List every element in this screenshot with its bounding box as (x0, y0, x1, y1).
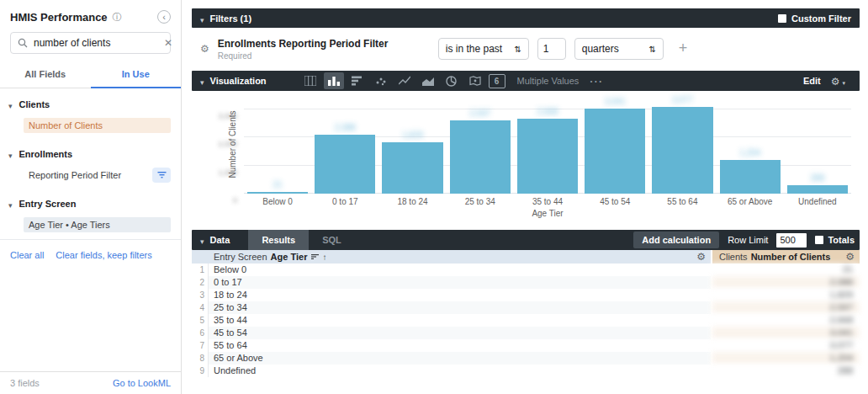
table-row[interactable]: 318 to 241,829 (192, 289, 860, 301)
section-header-entry-screen[interactable]: Entry Screen (0, 188, 181, 215)
area-chart-icon[interactable] (418, 72, 438, 89)
age-tier-cell[interactable]: 35 to 44 (209, 314, 711, 327)
age-tier-cell[interactable]: 55 to 64 (209, 339, 711, 352)
info-icon[interactable] (113, 11, 122, 24)
number-of-clients-cell[interactable]: 1,829 (711, 289, 860, 301)
bar[interactable] (787, 185, 848, 194)
select-arrows-icon (648, 45, 655, 54)
tab-results[interactable]: Results (248, 230, 309, 250)
column-header-number-of-clients[interactable]: Clients Number of Clients (711, 250, 860, 264)
number-of-clients-cell[interactable]: 2,668 (711, 314, 860, 327)
collapse-visualization-icon[interactable] (200, 73, 204, 88)
age-tier-cell[interactable]: 45 to 54 (209, 327, 711, 339)
age-tier-cell[interactable]: 25 to 34 (209, 301, 711, 314)
bar[interactable] (652, 107, 712, 194)
table-chart-icon[interactable] (300, 72, 320, 89)
age-tier-cell[interactable]: Undefined (209, 365, 711, 377)
collapse-filters-icon[interactable] (200, 11, 204, 26)
clear-fields-keep-filters-link[interactable]: Clear fields, keep filters (56, 250, 151, 260)
number-of-clients-cell[interactable]: 2,597 (711, 301, 860, 314)
bar-chart-icon[interactable] (347, 72, 368, 89)
age-tier-cell[interactable]: 0 to 17 (209, 276, 711, 289)
bar[interactable] (517, 119, 578, 194)
edit-visualization-button[interactable]: Edit (803, 76, 821, 86)
bar[interactable] (585, 109, 645, 194)
age-tier-cell[interactable]: 18 to 24 (209, 289, 711, 301)
section-collapse-icon[interactable] (8, 97, 13, 112)
number-of-clients-cell[interactable]: 288 (711, 365, 860, 377)
field-item-number-of-clients[interactable]: Number of Clients (24, 118, 171, 133)
table-row[interactable]: 425 to 342,597 (192, 301, 860, 314)
totals-toggle[interactable]: Totals (815, 235, 855, 245)
measure-gear-icon[interactable] (845, 251, 855, 263)
pie-chart-icon[interactable] (442, 72, 462, 89)
number-of-clients-cell[interactable]: 3,041 (711, 327, 860, 339)
scatter-chart-icon[interactable] (371, 72, 391, 89)
map-chart-icon[interactable] (465, 72, 485, 89)
totals-checkbox[interactable] (815, 236, 823, 244)
line-chart-icon[interactable] (394, 72, 415, 89)
bar[interactable] (450, 120, 511, 194)
data-header-bar[interactable]: Data Results SQL Add calculation Row Lim… (192, 230, 860, 250)
tab-in-use[interactable]: In Use (91, 62, 182, 88)
number-of-clients-cell[interactable]: 2,088 (711, 276, 860, 289)
collapse-data-icon[interactable] (200, 232, 204, 248)
table-row[interactable]: 755 to 643,077 (192, 339, 860, 352)
column-chart-icon[interactable] (324, 72, 344, 89)
number-of-clients-cell[interactable]: 3,077 (711, 339, 860, 352)
table-row[interactable]: 20 to 172,088 (192, 276, 860, 289)
table-row[interactable]: 645 to 543,041 (192, 327, 860, 339)
clear-search-icon[interactable] (164, 37, 172, 49)
bar[interactable] (720, 160, 781, 194)
row-limit-label: Row Limit (728, 235, 768, 245)
bar[interactable] (315, 135, 375, 194)
multiple-values-label[interactable]: Multiple Values (517, 76, 580, 86)
tab-sql[interactable]: SQL (309, 230, 355, 250)
collapse-sidebar-icon[interactable] (157, 10, 171, 24)
dimension-gear-icon[interactable] (696, 251, 706, 263)
tab-all-fields[interactable]: All Fields (0, 62, 91, 88)
age-tier-cell[interactable]: Below 0 (209, 264, 711, 276)
custom-filter-toggle[interactable]: Custom Filter (778, 13, 851, 24)
x-tick-label: Below 0 (244, 197, 311, 206)
filter-amount-input[interactable] (537, 38, 566, 60)
field-item-label: Reporting Period Filter (24, 168, 126, 183)
filter-by-field-icon[interactable] (152, 168, 171, 183)
section-collapse-icon[interactable] (8, 146, 13, 162)
table-row[interactable]: 1Below 021 (192, 264, 860, 276)
x-axis-title: Age Tier (244, 209, 851, 218)
sort-ascending-icon[interactable] (322, 253, 326, 262)
single-value-icon[interactable]: 6 (489, 74, 505, 88)
section-header-enrollments[interactable]: Enrollments (0, 138, 181, 165)
bar[interactable] (247, 192, 308, 194)
number-of-clients-cell[interactable]: 1,204 (711, 352, 860, 365)
filters-header-bar[interactable]: Filters (1) Custom Filter (192, 8, 860, 28)
field-item-reporting-period-filter[interactable]: Reporting Period Filter (24, 168, 171, 183)
bar-value-label: 21 (244, 180, 311, 189)
age-tier-cell[interactable]: 65 or Above (209, 352, 711, 365)
section-header-clients[interactable]: Clients (0, 88, 181, 115)
table-row[interactable]: 535 to 442,668 (192, 314, 860, 327)
add-filter-button[interactable] (679, 40, 688, 56)
column-menu-icon[interactable] (311, 253, 319, 260)
filter-unit-select[interactable]: quarters (574, 38, 664, 60)
filter-gear-icon[interactable] (200, 40, 209, 56)
table-row[interactable]: 9Undefined288 (192, 365, 860, 377)
custom-filter-checkbox[interactable] (778, 14, 786, 23)
clear-all-link[interactable]: Clear all (10, 250, 44, 260)
field-item-age-tier-age-tiers[interactable]: Age Tier • Age Tiers (24, 217, 171, 232)
more-chart-types-icon[interactable] (589, 73, 603, 89)
visualization-settings-button[interactable] (831, 73, 851, 88)
number-of-clients-cell[interactable]: 21 (711, 264, 860, 276)
column-header-age-tier[interactable]: Entry Screen Age Tier (192, 250, 711, 264)
field-search-box[interactable] (10, 32, 171, 54)
field-search-input[interactable] (34, 37, 164, 49)
visualization-header-bar[interactable]: Visualization 6 Multiple Values Edit (192, 71, 860, 91)
add-calculation-button[interactable]: Add calculation (633, 232, 719, 248)
row-limit-input[interactable] (776, 233, 807, 248)
table-row[interactable]: 865 or Above1,204 (192, 352, 860, 365)
go-to-lookml-link[interactable]: Go to LookML (113, 378, 171, 388)
filter-condition-select[interactable]: is in the past (438, 38, 529, 60)
section-collapse-icon[interactable] (8, 196, 13, 211)
bar[interactable] (382, 142, 442, 194)
